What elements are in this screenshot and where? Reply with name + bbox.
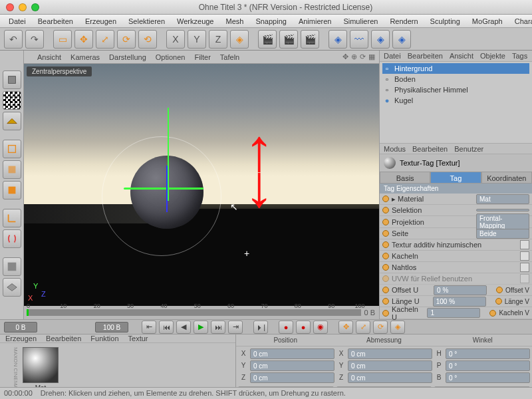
key-scale-button[interactable]: ⤢ [356,321,370,334]
menu-animieren[interactable]: Animieren [293,16,338,27]
seite-field[interactable]: Beide [476,229,529,239]
object-row-kugel[interactable]: ●Kugel [382,95,529,106]
viewport-layout-icon[interactable]: ▦ [368,53,375,61]
size-y-field[interactable]: 0 cm [348,360,432,371]
mat-textur[interactable]: Textur [128,334,148,342]
tab-basis[interactable]: Basis [380,172,430,184]
autokey-button[interactable]: ● [296,321,311,334]
om-datei[interactable]: Datei [384,52,401,60]
object-row-himmel[interactable]: ▫Physikalischer Himmel [382,84,529,95]
mat-funktion[interactable]: Funktion [90,334,118,342]
object-list[interactable]: ▫Hintergrund ▫Boden ▫Physikalischer Himm… [380,62,532,143]
size-x-field[interactable]: 0 cm [348,348,432,359]
prev-key-button[interactable]: ⏮ [159,321,174,334]
viewport-zoom-icon[interactable]: ⊕ [351,53,357,61]
rot-b-field[interactable]: 0 ° [446,372,530,383]
view-filter[interactable]: Filter [194,53,210,61]
move-tool[interactable]: ✥ [74,30,93,49]
play-back-button[interactable]: ◀ [176,321,191,334]
menu-charakter[interactable]: Charakter [509,16,532,27]
spline-primitive[interactable]: 〰 [350,30,368,49]
edge-mode[interactable] [3,160,21,179]
menu-werkzeuge[interactable]: Werkzeuge [171,16,219,27]
coord-system[interactable]: ◈ [230,30,249,49]
cube-primitive[interactable]: ◈ [329,30,347,49]
step-button[interactable]: ⏵| [253,321,268,334]
laenge-u-field[interactable]: 100 % [433,297,486,307]
deformer[interactable]: ◈ [392,30,411,49]
menu-sculpting[interactable]: Sculpting [424,16,466,27]
rot-h-field[interactable]: 0 ° [446,348,530,359]
snap-toggle[interactable] [3,229,21,248]
polygon-mode[interactable] [3,181,21,200]
om-objekte[interactable]: Objekte [480,52,505,60]
y-axis-toggle[interactable]: Y [188,30,206,49]
texture-mode[interactable] [3,91,21,110]
am-bearbeiten[interactable]: Bearbeiten [412,145,448,153]
rot-p-field[interactable]: 0 ° [446,360,530,371]
menu-datei[interactable]: Datei [3,16,32,27]
view-kameras[interactable]: Kameras [70,53,100,61]
key-rot-button[interactable]: ⟳ [373,321,388,334]
viewport-rotate-icon[interactable]: ⟳ [360,53,366,61]
play-button[interactable]: ▶ [194,321,208,334]
menu-simulieren[interactable]: Simulieren [337,16,384,27]
menu-bearbeiten[interactable]: Bearbeiten [32,16,79,27]
locked-workplane[interactable] [3,278,21,297]
view-darstellung[interactable]: Darstellung [109,53,146,61]
close-icon[interactable] [6,3,14,11]
z-axis-toggle[interactable]: Z [209,30,227,49]
rotate-tool[interactable]: ⟳ [117,30,136,49]
key-pla-button[interactable]: ◈ [390,321,405,334]
undo-button[interactable]: ↶ [4,30,23,49]
pos-z-field[interactable]: 0 cm [250,372,334,383]
end-frame-field[interactable]: 100 B [95,322,128,332]
view-tafeln[interactable]: Tafeln [220,53,239,61]
am-modus[interactable]: Modus [384,145,406,153]
menu-rendern[interactable]: Rendern [384,16,424,27]
viewport-nav-icon[interactable]: ✥ [342,53,348,61]
material-thumbnail[interactable]: Mat [23,347,59,392]
keyframe-button[interactable]: ◉ [313,321,328,334]
workplane-mode[interactable] [3,112,21,130]
x-axis-handle[interactable] [124,188,203,190]
axis-mode[interactable] [3,209,21,227]
render-view[interactable]: 🎬 [258,30,277,49]
tab-tag[interactable]: Tag [430,172,481,184]
mat-bearbeiten[interactable]: Bearbeiten [46,334,81,342]
object-row-hintergrund[interactable]: ▫Hintergrund [382,63,529,74]
select-tool[interactable]: ▭ [53,30,72,49]
minimize-icon[interactable] [19,3,27,11]
kacheln-u-field[interactable]: 1 [427,308,480,318]
tab-koordinaten[interactable]: Koordinaten [481,172,532,184]
object-row-boden[interactable]: ▫Boden [382,74,529,84]
pos-x-field[interactable]: 0 cm [250,348,334,359]
render-settings[interactable]: 🎬 [301,30,319,49]
material-field[interactable]: Mat [476,194,529,204]
goto-end-button[interactable]: ⇥ [228,321,243,334]
render-region[interactable]: 🎬 [279,30,298,49]
scale-tool[interactable]: ⤢ [96,30,114,49]
point-mode[interactable] [3,140,21,158]
om-tags[interactable]: Tags [512,52,527,60]
next-key-button[interactable]: ⏭ [211,321,225,334]
offset-u-field[interactable]: 0 % [434,285,487,295]
model-mode[interactable] [3,70,21,89]
x-axis-toggle[interactable]: X [166,30,185,49]
menu-selektieren[interactable]: Selektieren [122,16,171,27]
zoom-icon[interactable] [31,3,39,11]
viewport[interactable]: Zentralperspektive ↑↓ ↖ + YXZ [24,64,379,306]
additiv-checkbox[interactable] [520,240,529,249]
menu-erzeugen[interactable]: Erzeugen [79,16,122,27]
timeline-ruler[interactable]: 0 10 20 30 40 50 60 70 80 90 100 0 B [24,306,379,319]
last-tool[interactable]: ⟲ [138,30,157,49]
goto-start-button[interactable]: ⇤ [142,321,156,334]
kacheln-checkbox[interactable] [520,251,529,261]
record-button[interactable]: ● [279,321,293,334]
selektion-field[interactable] [476,209,529,211]
mat-erzeugen[interactable]: Erzeugen [5,334,37,342]
redo-button[interactable]: ↷ [25,30,44,49]
view-ansicht[interactable]: Ansicht [37,53,61,61]
menu-mograph[interactable]: MoGraph [466,16,509,27]
menu-snapping[interactable]: Snapping [249,16,293,27]
